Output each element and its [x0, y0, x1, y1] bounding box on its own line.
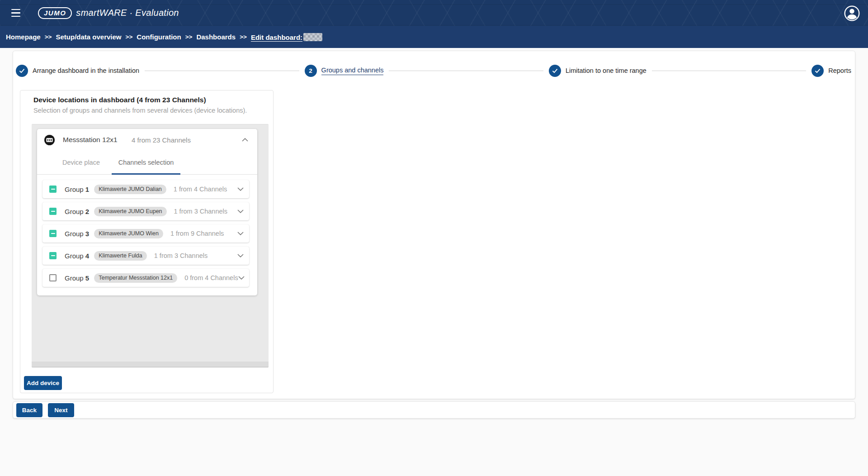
group-row: Group 1Klimawerte JUMO Dalian1 from 4 Ch… [42, 180, 249, 198]
breadcrumb-separator: >> [126, 33, 133, 40]
checkbox-indeterminate[interactable] [49, 252, 57, 259]
wizard-stepper: Arrange dashboard in the installation2Gr… [13, 51, 855, 77]
chevron-down-icon[interactable] [237, 209, 244, 213]
next-button[interactable]: Next [48, 403, 74, 417]
device-icon [44, 135, 55, 145]
group-name-badge: Temperatur Messstation 12x1 [94, 273, 177, 283]
breadcrumb-item[interactable]: Dashboards [196, 33, 236, 41]
main-content-card: Arrange dashboard in the installation2Gr… [13, 51, 855, 399]
breadcrumb-item[interactable]: Configuration [137, 33, 181, 41]
group-name-badge: Klimawerte JUMO Wien [94, 229, 163, 238]
top-navbar: JUMO smartWARE · Evaluation [0, 0, 868, 26]
step-label: Arrange dashboard in the installation [33, 67, 139, 74]
device-channel-count: 4 from 23 Channels [132, 136, 191, 144]
group-channel-count: 0 from 4 Channels [184, 274, 238, 281]
step-number-icon: 2 [305, 65, 317, 77]
device-name: Messstation 12x1 [63, 136, 132, 144]
stepper-step-1[interactable]: Arrange dashboard in the installation [16, 65, 139, 77]
menu-icon[interactable] [10, 9, 22, 18]
breadcrumb-separator: >> [240, 33, 247, 40]
tab-channels-selection[interactable]: Channels selection [112, 151, 180, 174]
checkbox-indeterminate[interactable] [49, 230, 57, 237]
jumo-logo: JUMO [38, 7, 72, 19]
group-row: Group 3Klimawerte JUMO Wien1 from 9 Chan… [42, 224, 249, 243]
card-title: Device locations in dashboard (4 from 23… [33, 96, 206, 104]
user-avatar-icon[interactable] [844, 5, 860, 21]
device-accordion-header[interactable]: Messstation 12x1 4 from 23 Channels [37, 129, 257, 151]
breadcrumb-item[interactable]: Setup/data overview [56, 33, 121, 41]
breadcrumb-item[interactable]: Edit dashboard: [251, 33, 322, 41]
group-channel-count: 1 from 3 Channels [154, 252, 208, 259]
device-accordion: Messstation 12x1 4 from 23 Channels Devi… [37, 129, 257, 295]
group-row: Group 5Temperatur Messstation 12x10 from… [42, 269, 249, 287]
step-connector [389, 71, 543, 71]
group-label: Group 1 [65, 186, 89, 193]
tab-device-place[interactable]: Device place [51, 151, 112, 174]
group-label: Group 3 [65, 230, 89, 238]
step-check-icon [811, 65, 824, 77]
stepper-step-4[interactable]: Reports [811, 65, 851, 77]
stepper-step-3[interactable]: Limitation to one time range [549, 65, 646, 77]
horizontal-scrollbar[interactable] [32, 362, 269, 367]
step-label: Groups and channels [321, 67, 384, 75]
back-button[interactable]: Back [16, 403, 42, 417]
checkbox-indeterminate[interactable] [49, 186, 57, 193]
checkbox-unchecked[interactable] [49, 274, 57, 281]
group-label: Group 4 [65, 252, 89, 260]
group-name-badge: Klimawerte Fulda [94, 251, 147, 261]
chevron-down-icon[interactable] [237, 232, 244, 235]
breadcrumb-separator: >> [185, 33, 193, 40]
step-check-icon [16, 65, 28, 77]
add-device-button[interactable]: Add device [24, 376, 62, 390]
group-row: Group 2Klimawerte JUMO Eupen1 from 3 Cha… [42, 202, 249, 220]
group-name-badge: Klimawerte JUMO Eupen [94, 207, 166, 216]
breadcrumb: Homepage>>Setup/data overview>>Configura… [0, 26, 868, 48]
wizard-footer: Back Next [13, 401, 855, 419]
step-label: Limitation to one time range [566, 67, 646, 74]
group-channel-count: 1 from 3 Channels [174, 208, 227, 215]
group-label: Group 5 [65, 274, 89, 282]
group-name-badge: Klimawerte JUMO Dalian [94, 185, 166, 194]
device-locations-card: Device locations in dashboard (4 from 23… [20, 90, 274, 393]
chevron-up-icon[interactable] [242, 138, 248, 142]
device-tabs: Device placeChannels selection [37, 151, 257, 175]
group-list: Group 1Klimawerte JUMO Dalian1 from 4 Ch… [37, 175, 257, 293]
checkbox-indeterminate[interactable] [49, 208, 57, 215]
card-subtitle: Selection of groups and channels from se… [33, 107, 247, 114]
app-title: smartWARE · Evaluation [76, 8, 179, 18]
step-connector [145, 71, 299, 71]
step-connector [652, 71, 806, 71]
chevron-down-icon[interactable] [237, 187, 244, 191]
group-label: Group 2 [65, 208, 89, 215]
group-row: Group 4Klimawerte Fulda1 from 3 Channels [42, 247, 249, 265]
breadcrumb-item[interactable]: Homepage [6, 33, 41, 41]
redacted-dashboard-name [303, 33, 322, 41]
step-label: Reports [828, 67, 851, 74]
step-check-icon [549, 65, 561, 77]
devices-scroll-area: Messstation 12x1 4 from 23 Channels Devi… [32, 124, 269, 367]
chevron-down-icon[interactable] [238, 276, 245, 280]
chevron-down-icon[interactable] [237, 254, 244, 257]
group-channel-count: 1 from 4 Channels [174, 186, 227, 193]
group-channel-count: 1 from 9 Channels [170, 230, 224, 237]
breadcrumb-separator: >> [45, 33, 52, 40]
stepper-step-2[interactable]: 2Groups and channels [305, 65, 384, 77]
